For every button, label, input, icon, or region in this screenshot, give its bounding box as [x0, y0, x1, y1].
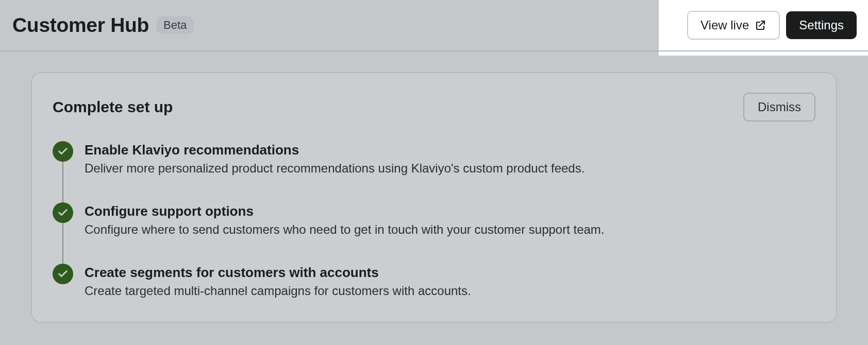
page-title: Customer Hub: [12, 14, 149, 37]
settings-label: Settings: [799, 19, 844, 31]
setup-card: Complete set up Dismiss Enable Klaviyo r…: [31, 72, 837, 323]
step-title: Create segments for customers with accou…: [85, 265, 471, 281]
view-live-button[interactable]: View live: [687, 11, 780, 40]
step-title: Configure support options: [85, 203, 605, 219]
step-description: Deliver more personalized product recomm…: [85, 161, 585, 176]
setup-card-header: Complete set up Dismiss: [53, 93, 815, 122]
step-body: Enable Klaviyo recommendations Deliver m…: [85, 141, 585, 176]
step-title: Enable Klaviyo recommendations: [85, 142, 585, 158]
view-live-label: View live: [700, 19, 749, 31]
settings-button[interactable]: Settings: [786, 11, 857, 39]
step-description: Configure where to send customers who ne…: [85, 222, 605, 237]
header-actions: View live Settings: [687, 11, 857, 40]
step-body: Create segments for customers with accou…: [85, 264, 471, 298]
setup-card-title: Complete set up: [53, 98, 173, 116]
title-group: Customer Hub Beta: [12, 14, 194, 37]
setup-step: Configure support options Configure wher…: [53, 202, 815, 264]
setup-step: Create segments for customers with accou…: [53, 264, 815, 298]
page-header: Customer Hub Beta View live Settings: [0, 0, 868, 51]
check-circle-icon: [53, 264, 73, 284]
beta-badge: Beta: [156, 16, 194, 34]
setup-step: Enable Klaviyo recommendations Deliver m…: [53, 141, 815, 202]
step-description: Create targeted multi-channel campaigns …: [85, 284, 471, 298]
check-circle-icon: [53, 202, 73, 223]
external-link-icon: [754, 19, 766, 31]
content-area: Complete set up Dismiss Enable Klaviyo r…: [0, 51, 868, 343]
step-body: Configure support options Configure wher…: [85, 202, 605, 237]
dismiss-button[interactable]: Dismiss: [743, 93, 815, 122]
setup-steps: Enable Klaviyo recommendations Deliver m…: [53, 141, 815, 298]
check-circle-icon: [53, 141, 73, 162]
